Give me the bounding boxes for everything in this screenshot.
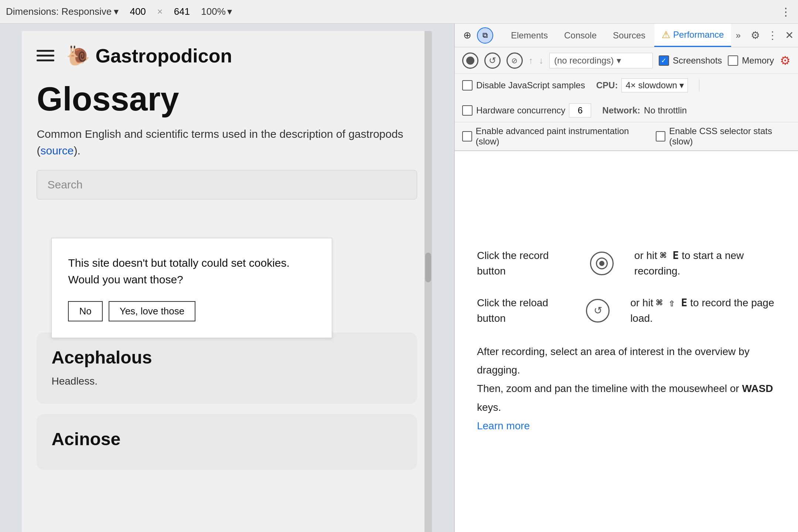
zoom-label: 100% ▾	[201, 6, 232, 17]
cpu-throttle-select[interactable]: 4× slowdown ▾	[621, 78, 688, 92]
devtools-main-content: Click the record button or hit ⌘ E to st…	[455, 151, 798, 532]
chevron-down-icon: ▾	[114, 6, 119, 17]
more-options-button[interactable]: ⋮	[767, 29, 778, 41]
site-body: Glossary Common English and scientific t…	[22, 80, 432, 470]
yes-button[interactable]: Yes, love those	[109, 301, 195, 321]
record-inner-icon	[596, 258, 608, 269]
record-button[interactable]	[462, 52, 478, 69]
devtools-tab-bar: ⊕ ⧉ Elements Console Sources ⚠ Performan…	[455, 24, 798, 47]
record-shortcut-kbd: ⌘ E	[660, 248, 679, 263]
learn-more-link[interactable]: Learn more	[477, 420, 530, 432]
card-title: Acinose	[51, 429, 402, 449]
performance-toolbar-3: Enable advanced paint instrumentation (s…	[455, 122, 798, 151]
upload-button[interactable]: ↑	[529, 55, 533, 66]
reload-shortcut-kbd: ⌘ ⇧ E	[656, 295, 687, 311]
warning-icon: ⚠	[662, 29, 670, 41]
search-box[interactable]: Search	[37, 170, 417, 200]
glossary-title: Glossary	[37, 80, 417, 118]
top-toolbar: Dimensions: Responsive ▾ × 100% ▾ ⋮	[0, 0, 798, 24]
cookie-banner: This site doesn't but totally could set …	[51, 238, 332, 338]
tab-sources[interactable]: Sources	[606, 24, 653, 47]
chevron-down-icon: ▾	[617, 55, 621, 66]
webpage-panel: 🐌 Gastropodicon Glossary Common English …	[0, 24, 454, 532]
network-throttle-section: Network: No throttlin	[602, 105, 687, 116]
hw-concurrency-checkbox[interactable]	[462, 105, 473, 116]
site-logo: 🐌 Gastropodicon	[66, 44, 232, 67]
source-link[interactable]: source	[40, 144, 74, 157]
cursor-tool-button[interactable]: ⊕	[459, 27, 475, 44]
css-selector-checkbox[interactable]	[656, 131, 666, 141]
settings-button[interactable]: ⚙	[751, 29, 760, 41]
after-recording-text: After recording, select an area of inter…	[477, 342, 776, 436]
site-name: Gastropodicon	[95, 45, 232, 67]
more-tabs-button[interactable]: »	[733, 29, 743, 42]
advanced-paint-label[interactable]: Enable advanced paint instrumentation (s…	[462, 126, 645, 147]
tab-performance[interactable]: ⚠ Performance	[654, 24, 731, 47]
chevron-down-icon: ▾	[679, 80, 684, 91]
dimensions-label: Dimensions: Responsive ▾	[6, 6, 119, 17]
main-layout: 🐌 Gastropodicon Glossary Common English …	[0, 24, 798, 532]
cookie-buttons: No Yes, love those	[68, 301, 316, 321]
site-header: 🐌 Gastropodicon	[22, 31, 432, 80]
height-input[interactable]	[167, 6, 197, 17]
close-button[interactable]: ✕	[785, 29, 794, 41]
hw-concurrency-input[interactable]	[569, 103, 591, 117]
reload-button-illustration: ↺	[586, 299, 610, 323]
list-item: Acephalous Headless.	[37, 332, 417, 404]
stop-button[interactable]: ⊘	[507, 52, 523, 69]
scrollbar[interactable]	[424, 31, 432, 532]
cookie-text: This site doesn't but totally could set …	[68, 255, 316, 288]
record-button-illustration	[590, 252, 614, 275]
screenshots-checkbox[interactable]: ✓	[659, 55, 669, 66]
card-description: Headless.	[51, 374, 402, 389]
snail-icon: 🐌	[66, 44, 90, 67]
hamburger-line-1	[37, 50, 54, 52]
record-instruction: Click the record button or hit ⌘ E to st…	[477, 248, 776, 279]
scrollbar-thumb[interactable]	[425, 253, 431, 282]
more-options-button[interactable]: ⋮	[780, 5, 792, 18]
devtools-panel: ⊕ ⧉ Elements Console Sources ⚠ Performan…	[454, 24, 798, 532]
performance-toolbar-1: ↺ ⊘ ↑ ↓ (no recordings) ▾ ✓ Screenshots …	[455, 47, 798, 74]
browser-content: 🐌 Gastropodicon Glossary Common English …	[22, 31, 432, 532]
list-item: Acinose	[37, 414, 417, 470]
instructions-panel: Click the record button or hit ⌘ E to st…	[477, 248, 776, 436]
glossary-cards: Acephalous Headless. Acinose	[37, 332, 417, 470]
advanced-paint-checkbox[interactable]	[462, 131, 472, 141]
glossary-description: Common English and scientific terms used…	[37, 126, 417, 159]
capture-settings-button[interactable]: ⚙	[780, 54, 791, 68]
performance-toolbar-2: Disable JavaScript samples CPU: 4× slowd…	[455, 74, 798, 122]
cpu-throttle-section: CPU: 4× slowdown ▾	[596, 78, 688, 92]
memory-checkbox[interactable]	[728, 55, 738, 66]
width-input[interactable]	[123, 6, 153, 17]
card-title: Acephalous	[51, 347, 402, 368]
disable-js-checkbox[interactable]	[462, 80, 473, 91]
no-button[interactable]: No	[68, 301, 102, 321]
disable-js-checkbox-label[interactable]: Disable JavaScript samples	[462, 80, 585, 91]
download-button[interactable]: ↓	[539, 55, 543, 66]
element-picker-button[interactable]: ⧉	[477, 27, 493, 44]
hw-concurrency-label[interactable]: Hardware concurrency	[462, 103, 591, 117]
reload-arrow-icon: ↺	[594, 303, 602, 318]
reload-icon: ↺	[489, 55, 496, 66]
reload-record-button[interactable]: ↺	[484, 52, 501, 69]
tab-console[interactable]: Console	[557, 24, 604, 47]
devtools-right-icons: ⚙ ⋮ ✕	[751, 29, 794, 41]
toolbar-separator	[699, 79, 699, 91]
tab-elements[interactable]: Elements	[504, 24, 555, 47]
dimension-x-separator: ×	[157, 6, 163, 17]
hamburger-menu-icon[interactable]	[37, 50, 54, 61]
screenshots-checkbox-label[interactable]: ✓ Screenshots	[659, 55, 722, 66]
stop-icon: ⊘	[511, 56, 518, 65]
css-selector-label[interactable]: Enable CSS selector stats (slow)	[656, 126, 791, 147]
reload-instruction: Click the reload button ↺ or hit ⌘ ⇧ E t…	[477, 295, 776, 326]
memory-checkbox-label[interactable]: Memory	[728, 55, 774, 66]
recordings-dropdown[interactable]: (no recordings) ▾	[549, 53, 653, 68]
chevron-down-icon: ▾	[227, 6, 232, 17]
hamburger-line-3	[37, 59, 54, 61]
hamburger-line-2	[37, 55, 54, 57]
